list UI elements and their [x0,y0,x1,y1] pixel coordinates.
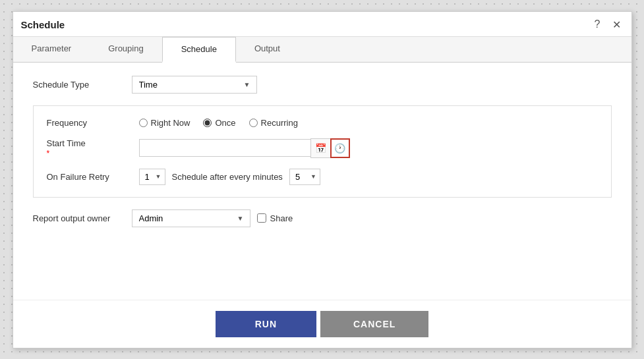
share-checkbox[interactable] [257,213,266,223]
dialog-overlay: Schedule ? ✕ Parameter Grouping Schedule… [0,0,644,359]
clock-button[interactable]: 🕐 [330,138,350,158]
schedule-type-label: Schedule Type [33,80,132,90]
run-button[interactable]: RUN [216,311,316,337]
inner-form-box: Frequency Right Now Once Recurring [33,105,612,198]
tab-output[interactable]: Output [236,37,299,62]
start-time-wrapper: 📅 🕐 [139,138,350,158]
calendar-button[interactable]: 📅 [310,138,330,158]
dialog-title: Schedule [21,19,65,30]
schedule-type-select-wrapper: Time Event Calendar [132,76,257,94]
share-label: Share [270,213,293,223]
schedule-type-row: Schedule Type Time Event Calendar [33,76,612,94]
on-failure-select-wrapper: 1 2 3 4 5 [139,169,165,185]
clock-icon: 🕐 [334,143,345,153]
radio-once[interactable]: Once [203,118,235,128]
schedule-after-label: Schedule after every minutes [172,172,283,182]
calendar-icon: 📅 [315,143,326,153]
frequency-label: Frequency [47,118,139,128]
frequency-radio-group: Right Now Once Recurring [139,118,298,128]
cancel-button[interactable]: CANCEL [320,311,428,337]
start-time-input[interactable] [139,139,310,157]
frequency-row: Frequency Right Now Once Recurring [47,118,598,128]
radio-right-now-input[interactable] [139,119,148,127]
start-time-label: Start Time * [47,138,139,158]
dialog-body: Schedule Type Time Event Calendar Freque… [13,63,631,300]
on-failure-label: On Failure Retry [47,172,139,182]
report-owner-select[interactable]: Admin User1 User2 [132,209,250,227]
radio-right-now[interactable]: Right Now [139,118,190,128]
tab-grouping[interactable]: Grouping [90,37,161,62]
tab-schedule[interactable]: Schedule [162,37,236,63]
radio-once-input[interactable] [203,119,212,127]
help-button[interactable]: ? [592,17,603,32]
on-failure-select[interactable]: 1 2 3 4 5 [139,169,165,185]
radio-recurring-input[interactable] [249,119,258,127]
report-owner-label: Report output owner [33,213,132,223]
title-icons: ? ✕ [592,17,624,32]
required-star: * [47,149,50,158]
minutes-select-wrapper: 1 2 3 5 10 15 30 [289,169,320,185]
schedule-dialog: Schedule ? ✕ Parameter Grouping Schedule… [13,11,632,348]
on-failure-controls: 1 2 3 4 5 Schedule after every minutes 1 [139,169,320,185]
radio-recurring[interactable]: Recurring [249,118,298,128]
close-button[interactable]: ✕ [610,17,624,32]
report-owner-select-wrapper: Admin User1 User2 [132,209,250,227]
schedule-type-select[interactable]: Time Event Calendar [132,76,257,94]
minutes-select[interactable]: 1 2 3 5 10 15 30 [289,169,320,185]
title-bar: Schedule ? ✕ [13,12,631,37]
report-owner-controls: Admin User1 User2 Share [132,209,293,227]
tab-bar: Parameter Grouping Schedule Output [13,37,631,63]
on-failure-row: On Failure Retry 1 2 3 4 5 Schedule afte… [47,169,598,185]
start-time-row: Start Time * 📅 🕐 [47,138,598,158]
tab-parameter[interactable]: Parameter [13,37,90,62]
report-owner-row: Report output owner Admin User1 User2 Sh… [33,209,612,227]
dialog-footer: RUN CANCEL [13,300,631,348]
share-wrapper[interactable]: Share [257,213,293,223]
